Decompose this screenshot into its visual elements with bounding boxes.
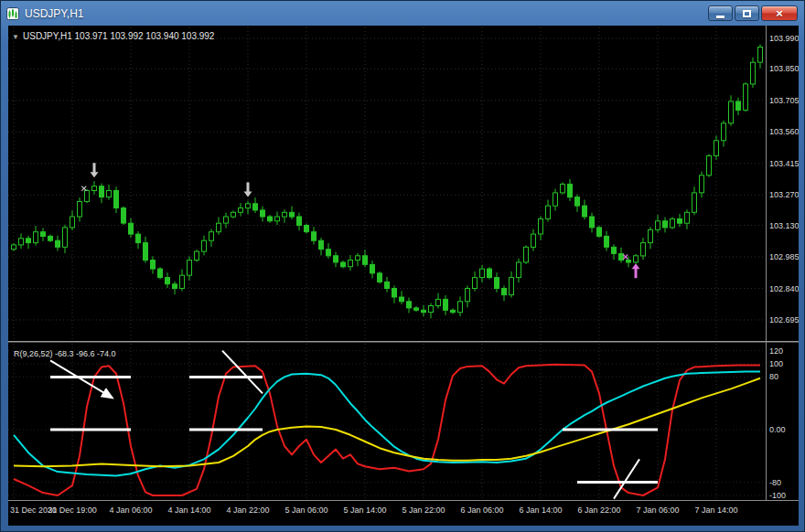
svg-text:5 Jan 22:00: 5 Jan 22:00 bbox=[402, 505, 445, 515]
svg-text:100: 100 bbox=[769, 359, 783, 368]
minimize-button[interactable] bbox=[708, 5, 733, 21]
svg-text:5 Jan 14:00: 5 Jan 14:00 bbox=[343, 505, 386, 515]
grid bbox=[8, 27, 764, 498]
chart-window: USDJPY,H1 × 103.990103.850103.705103.560… bbox=[0, 0, 805, 532]
svg-text:102.985: 102.985 bbox=[769, 252, 799, 261]
svg-text:103.415: 103.415 bbox=[769, 159, 799, 168]
svg-text:103.270: 103.270 bbox=[769, 190, 799, 199]
svg-text:-100: -100 bbox=[769, 491, 786, 500]
indicator-line-medium-cyan bbox=[14, 372, 760, 476]
svg-text:4 Jan 06:00: 4 Jan 06:00 bbox=[109, 505, 152, 515]
svg-text:103.705: 103.705 bbox=[769, 96, 799, 105]
window-title: USDJPY,H1 bbox=[25, 7, 83, 20]
mark-object[interactable] bbox=[81, 186, 86, 191]
chart-icon bbox=[5, 6, 20, 21]
svg-text:6 Jan 22:00: 6 Jan 22:00 bbox=[577, 505, 620, 515]
down-arrow-object[interactable] bbox=[244, 183, 252, 197]
svg-text:120: 120 bbox=[769, 346, 783, 356]
svg-text:4 Jan 22:00: 4 Jan 22:00 bbox=[226, 505, 269, 515]
down-arrow-object[interactable] bbox=[91, 163, 99, 177]
up-arrow-object[interactable] bbox=[632, 263, 640, 278]
svg-text:5 Jan 06:00: 5 Jan 06:00 bbox=[284, 505, 327, 515]
price-axis[interactable]: 103.990103.850103.705103.560103.415103.2… bbox=[769, 34, 799, 325]
svg-text:6 Jan 06:00: 6 Jan 06:00 bbox=[460, 505, 503, 515]
svg-text:-80: -80 bbox=[769, 478, 781, 487]
svg-text:0.00: 0.00 bbox=[769, 425, 786, 434]
indicator-line-slow-yellow bbox=[14, 378, 760, 467]
svg-text:4 Jan 14:00: 4 Jan 14:00 bbox=[167, 505, 210, 515]
ohlc-readout: USDJPY,H1 103.971 103.992 103.940 103.99… bbox=[23, 31, 215, 41]
close-button[interactable]: × bbox=[761, 5, 798, 21]
symbol-dropdown-icon[interactable]: ▼ bbox=[12, 33, 19, 41]
time-axis[interactable]: 31 Dec 202031 Dec 19:004 Jan 06:004 Jan … bbox=[10, 505, 738, 515]
titlebar[interactable]: USDJPY,H1 × bbox=[1, 1, 804, 26]
maximize-icon bbox=[743, 10, 751, 17]
indicator-scale[interactable]: 120100800.00-80-100 bbox=[769, 346, 786, 500]
indicator-label: R(9,26,52) -68.3 -96.6 -74.0 bbox=[14, 349, 116, 358]
svg-text:103.990: 103.990 bbox=[769, 34, 799, 43]
svg-text:103.560: 103.560 bbox=[769, 127, 799, 136]
maximize-button[interactable] bbox=[735, 5, 759, 21]
svg-text:7 Jan 06:00: 7 Jan 06:00 bbox=[636, 505, 679, 515]
svg-text:103.130: 103.130 bbox=[769, 221, 799, 230]
svg-text:103.850: 103.850 bbox=[769, 64, 799, 73]
close-icon: × bbox=[776, 7, 783, 19]
chart-canvas[interactable]: 103.990103.850103.705103.560103.415103.2… bbox=[8, 26, 799, 526]
svg-text:31 Dec 19:00: 31 Dec 19:00 bbox=[48, 505, 97, 515]
svg-text:102.840: 102.840 bbox=[769, 284, 799, 293]
drawn-objects bbox=[50, 163, 658, 498]
window-controls: × bbox=[708, 5, 800, 21]
candlesticks bbox=[12, 44, 763, 318]
svg-text:102.695: 102.695 bbox=[769, 315, 799, 325]
svg-text:6 Jan 14:00: 6 Jan 14:00 bbox=[519, 505, 562, 515]
chart-area: 103.990103.850103.705103.560103.415103.2… bbox=[8, 26, 799, 526]
minimize-icon bbox=[716, 16, 724, 18]
svg-text:7 Jan 14:00: 7 Jan 14:00 bbox=[694, 505, 737, 515]
svg-text:80: 80 bbox=[769, 372, 778, 381]
